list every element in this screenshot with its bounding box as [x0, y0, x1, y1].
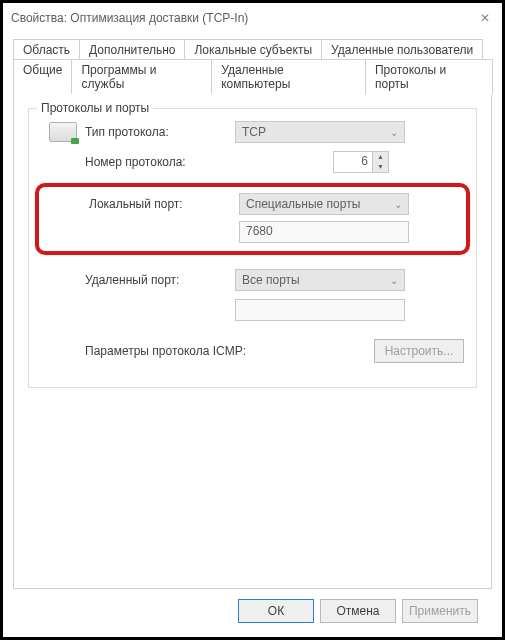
tab-remote-users[interactable]: Удаленные пользователи	[321, 39, 483, 60]
group-legend: Протоколы и порты	[37, 101, 153, 115]
tab-local-principals[interactable]: Локальные субъекты	[184, 39, 322, 60]
local-port-input[interactable]: 7680	[239, 221, 409, 243]
icmp-settings-label: Параметры протокола ICMP:	[85, 344, 368, 358]
tab-scope[interactable]: Область	[13, 39, 80, 60]
tab-panel: Протоколы и порты Тип протокола: TCP ⌄	[13, 94, 492, 589]
remote-port-label: Удаленный порт:	[85, 273, 235, 287]
dialog-window: Свойства: Оптимизация доставки (TCP-In) …	[3, 3, 502, 637]
tab-strip: Область Дополнительно Локальные субъекты…	[13, 39, 492, 94]
local-port-highlight: Локальный порт: Специальные порты ⌄	[35, 183, 470, 255]
remote-port-select[interactable]: Все порты ⌄	[235, 269, 405, 291]
tab-programs-services[interactable]: Программы и службы	[71, 59, 212, 94]
protocol-type-select[interactable]: TCP ⌄	[235, 121, 405, 143]
chevron-down-icon: ⌄	[390, 275, 398, 286]
protocol-number-label: Номер протокола:	[85, 155, 235, 169]
remote-port-input[interactable]	[235, 299, 405, 321]
tab-protocols-ports[interactable]: Протоколы и порты	[365, 59, 493, 95]
protocol-number-spinner[interactable]: 6 ▲ ▼	[333, 151, 389, 173]
remote-port-select-value: Все порты	[242, 273, 300, 287]
ok-button[interactable]: ОК	[238, 599, 314, 623]
network-adapter-icon	[49, 122, 77, 142]
tab-advanced[interactable]: Дополнительно	[79, 39, 185, 60]
protocol-number-value: 6	[333, 151, 373, 173]
tab-remote-computers[interactable]: Удаленные компьютеры	[211, 59, 366, 94]
tab-general[interactable]: Общие	[13, 59, 72, 94]
apply-button[interactable]: Применить	[402, 599, 478, 623]
local-port-select[interactable]: Специальные порты ⌄	[239, 193, 409, 215]
cancel-button[interactable]: Отмена	[320, 599, 396, 623]
title-bar: Свойства: Оптимизация доставки (TCP-In)	[3, 3, 502, 33]
protocol-type-label: Тип протокола:	[85, 125, 235, 139]
local-port-select-value: Специальные порты	[246, 197, 360, 211]
protocol-type-value: TCP	[242, 125, 266, 139]
spinner-up-icon[interactable]: ▲	[373, 152, 388, 162]
close-icon[interactable]	[480, 11, 494, 25]
chevron-down-icon: ⌄	[394, 199, 402, 210]
icmp-configure-button: Настроить...	[374, 339, 464, 363]
dialog-footer: ОК Отмена Применить	[13, 589, 492, 637]
local-port-label: Локальный порт:	[89, 197, 239, 211]
window-title: Свойства: Оптимизация доставки (TCP-In)	[11, 11, 480, 25]
chevron-down-icon: ⌄	[390, 127, 398, 138]
group-protocols-ports: Протоколы и порты Тип протокола: TCP ⌄	[28, 108, 477, 388]
spinner-down-icon[interactable]: ▼	[373, 162, 388, 172]
